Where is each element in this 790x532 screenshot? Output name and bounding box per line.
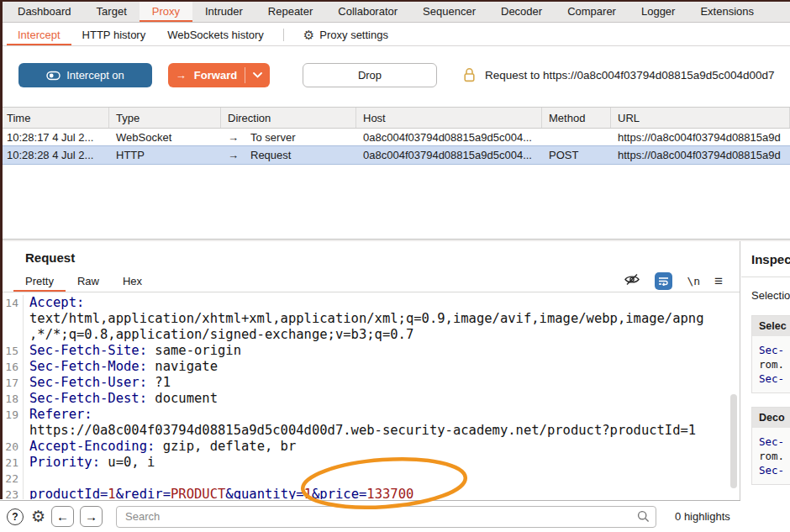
cell-method xyxy=(542,129,611,146)
sub-tab-label: WebSockets history xyxy=(167,29,264,41)
main-tab-logger[interactable]: Logger xyxy=(629,0,687,22)
main-tab-repeater[interactable]: Repeater xyxy=(255,0,325,22)
forward-arrow-icon: → xyxy=(176,69,187,82)
line-number: 17 xyxy=(0,375,24,391)
code-line: 17Sec-Fetch-User: ?1 xyxy=(0,375,731,391)
line-number: 19 xyxy=(0,407,24,423)
table-row[interactable]: 10:28:17 4 Jul 2...WebSocket→To server0a… xyxy=(0,129,790,146)
header-name-token: Sec-Fetch-Dest: xyxy=(29,391,147,406)
intercept-table: TimeTypeDirectionHostMethodURL 10:28:17 … xyxy=(0,107,790,164)
param-name-token: productId= xyxy=(29,487,108,499)
inspector-section-line: Sec- xyxy=(759,371,790,386)
direction-label: To server xyxy=(250,131,295,144)
request-tab-hex[interactable]: Hex xyxy=(111,270,154,292)
inspector-panel: Inspec Selectio SelecSec-rom.Sec-DecoSec… xyxy=(741,241,790,532)
main-tab-proxy[interactable]: Proxy xyxy=(140,0,192,22)
main-tab-decoder[interactable]: Decoder xyxy=(488,0,555,22)
code-line-text: Accept-Encoding: gzip, deflate, br xyxy=(24,439,296,455)
line-number: 14 xyxy=(0,295,24,311)
inspector-section-header: Selec xyxy=(752,316,790,336)
sub-tab-proxy-settings[interactable]: ⚙Proxy settings xyxy=(292,24,399,45)
value-token: same-origin xyxy=(147,343,241,358)
forward-button-label: Forward xyxy=(194,69,237,82)
request-tab-raw[interactable]: Raw xyxy=(66,270,111,292)
line-number: 21 xyxy=(0,455,24,471)
search-icon xyxy=(637,510,650,526)
header-name-token: Referer: xyxy=(29,407,92,422)
cell-type: WebSocket xyxy=(109,129,221,146)
param-value-token: 1 xyxy=(108,487,115,499)
request-editor[interactable]: 14Accept:text/html,application/xhtml+xml… xyxy=(0,295,731,499)
code-line: 18Sec-Fetch-Dest: document xyxy=(0,391,731,407)
code-line-text: Accept: xyxy=(24,295,84,311)
inspector-section-line: Sec- xyxy=(759,343,790,357)
code-line: 19Referer: xyxy=(0,407,731,423)
column-header-method[interactable]: Method xyxy=(542,108,611,128)
header-name-token: Accept: xyxy=(29,295,84,310)
hide-nonprintable-icon[interactable] xyxy=(624,273,640,289)
inspector-title: Inspec xyxy=(751,241,790,266)
show-newlines-icon[interactable]: \n xyxy=(687,275,700,287)
inspector-section[interactable]: DecoSec-rom.Sec- xyxy=(751,407,790,485)
code-line: 21Priority: u=0, i xyxy=(0,455,731,471)
line-number: 20 xyxy=(0,439,24,455)
request-panel: Request PrettyRawHex xyxy=(0,241,740,532)
request-editor-scrollbar[interactable] xyxy=(730,394,737,488)
column-header-direction[interactable]: Direction xyxy=(221,108,356,128)
code-line: ,*/*;q=0.8,application/signed-exchange;v… xyxy=(0,327,731,343)
main-tab-target[interactable]: Target xyxy=(84,0,140,22)
forward-dropdown-chevron[interactable] xyxy=(245,72,270,78)
value-token: gzip, deflate, br xyxy=(155,439,296,454)
inspector-section-body: Sec-rom.Sec- xyxy=(752,336,790,392)
cell-direction: →To server xyxy=(221,129,356,146)
main-tab-extensions[interactable]: Extensions xyxy=(687,0,766,22)
main-tab-bar: DashboardTargetProxyIntruderRepeaterColl… xyxy=(0,0,790,23)
column-header-time[interactable]: Time xyxy=(0,108,109,128)
column-header-url[interactable]: URL xyxy=(611,108,790,128)
drop-button[interactable]: Drop xyxy=(303,63,437,87)
main-tab-sequencer[interactable]: Sequencer xyxy=(410,0,488,22)
column-header-type[interactable]: Type xyxy=(109,108,221,128)
cell-direction: →Request xyxy=(221,146,356,164)
status-bar: ? ⚙ ← → 0 highlights xyxy=(0,500,740,532)
code-line: 16Sec-Fetch-Mode: navigate xyxy=(0,359,731,375)
search-input[interactable] xyxy=(116,506,656,528)
value-token: document xyxy=(147,391,218,406)
help-icon[interactable]: ? xyxy=(7,508,24,525)
column-header-host[interactable]: Host xyxy=(356,108,542,128)
drop-button-label: Drop xyxy=(358,69,382,82)
editor-menu-icon[interactable]: ≡ xyxy=(714,274,723,288)
code-line-text: Sec-Fetch-Mode: navigate xyxy=(24,359,218,375)
forward-button[interactable]: → Forward xyxy=(168,63,270,87)
header-name-token: Sec-Fetch-User: xyxy=(29,375,147,390)
direction-arrow-icon: → xyxy=(228,131,239,144)
line-number: 16 xyxy=(0,359,24,375)
param-name-token: &price= xyxy=(312,487,366,499)
sub-tab-http-history[interactable]: HTTP history xyxy=(71,24,157,45)
code-line-text: Priority: u=0, i xyxy=(24,455,155,471)
search-previous-button[interactable]: ← xyxy=(51,506,74,527)
code-line: https://0a8c004f03794d08815a9d5c004d00d7… xyxy=(0,423,731,439)
code-line: 15Sec-Fetch-Site: same-origin xyxy=(0,343,731,359)
inspector-section[interactable]: SelecSec-rom.Sec- xyxy=(751,315,790,393)
search-settings-gear-icon[interactable]: ⚙ xyxy=(31,508,45,524)
search-next-button[interactable]: → xyxy=(80,506,103,527)
table-row[interactable]: 10:28:28 4 Jul 2...HTTP→Request0a8c004f0… xyxy=(0,146,790,164)
line-number xyxy=(0,327,24,343)
code-line-text: Referer: xyxy=(24,407,92,423)
inspector-section-line: rom. xyxy=(759,357,790,371)
chevron-down-icon xyxy=(253,72,262,78)
main-tab-comparer[interactable]: Comparer xyxy=(555,0,629,22)
sub-tab-intercept[interactable]: Intercept xyxy=(7,24,71,45)
code-line-text: Sec-Fetch-Site: same-origin xyxy=(24,343,241,359)
main-tab-intruder[interactable]: Intruder xyxy=(192,0,255,22)
code-line-text: text/html,application/xhtml+xml,applicat… xyxy=(24,311,704,327)
main-tab-collaborator[interactable]: Collaborator xyxy=(325,0,410,22)
sub-tab-websockets-history[interactable]: WebSockets history xyxy=(156,24,275,45)
request-tab-pretty[interactable]: Pretty xyxy=(13,270,66,292)
value-token: ,*/*;q=0.8,application/signed-exchange;v… xyxy=(29,327,413,342)
intercept-toggle-button[interactable]: Intercept on xyxy=(18,63,152,87)
main-tab-dashboard[interactable]: Dashboard xyxy=(5,0,84,22)
cell-type: HTTP xyxy=(109,146,221,164)
soft-wrap-icon[interactable] xyxy=(655,272,672,290)
